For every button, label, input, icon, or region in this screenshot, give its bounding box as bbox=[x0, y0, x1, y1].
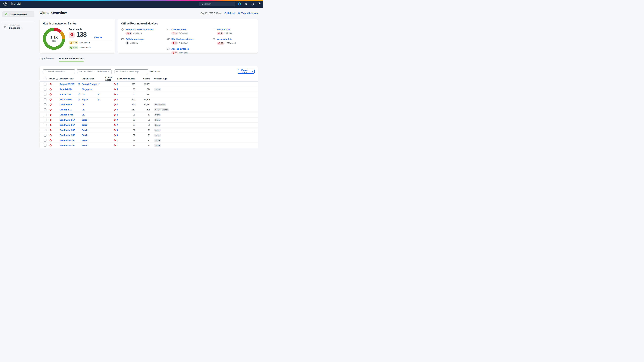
external-link-icon[interactable] bbox=[78, 83, 80, 85]
device-category-link[interactable]: Routers & WAN appliances bbox=[126, 28, 154, 31]
device-category: Cellular gateways 0 / 39 total bbox=[121, 37, 154, 46]
device-category-link[interactable]: Access points bbox=[217, 38, 232, 40]
row-checkbox[interactable] bbox=[44, 129, 46, 131]
device-category-link[interactable]: Distribution switches bbox=[172, 38, 193, 40]
organization-link[interactable]: Japan bbox=[82, 98, 98, 101]
bell-icon[interactable] bbox=[251, 2, 254, 6]
network-link[interactable]: SJC-SC145 bbox=[60, 93, 78, 96]
start-device-input[interactable] bbox=[78, 70, 92, 73]
search-network-field[interactable] bbox=[43, 69, 75, 74]
search-input[interactable] bbox=[204, 3, 234, 5]
network-link[interactable]: Prague-PRG07 bbox=[60, 83, 78, 85]
row-checkbox[interactable] bbox=[44, 83, 46, 85]
clients-count: 21 bbox=[135, 129, 150, 131]
critical-alerts-count[interactable]: 6 bbox=[117, 98, 118, 101]
spaces-logo-icon[interactable] bbox=[238, 2, 241, 6]
organization-link[interactable]: UK bbox=[82, 103, 98, 106]
col-network-devices[interactable]: Network devices bbox=[118, 78, 135, 80]
organization-link[interactable]: Brazil bbox=[82, 134, 98, 136]
device-range-field[interactable]: → bbox=[77, 69, 112, 74]
row-checkbox[interactable] bbox=[44, 93, 46, 96]
critical-alerts-count[interactable]: 4 bbox=[117, 134, 118, 136]
select-all-checkbox[interactable] bbox=[44, 78, 46, 80]
row-checkbox[interactable] bbox=[44, 114, 46, 116]
critical-alerts-count[interactable]: 6 bbox=[117, 93, 118, 96]
organization-link[interactable]: Singapore bbox=[82, 88, 98, 90]
good-health-row: 827 Good health bbox=[69, 46, 91, 49]
external-link-icon[interactable] bbox=[98, 83, 100, 85]
poor-health-status-icon bbox=[49, 129, 60, 131]
device-category-link[interactable]: Core switches bbox=[172, 28, 186, 31]
search-tags-field[interactable] bbox=[114, 69, 148, 74]
device-category-link[interactable]: Cellular gateways bbox=[126, 38, 144, 40]
tab-poor-networks-sites[interactable]: Poor networks & sites bbox=[59, 57, 84, 62]
critical-alerts-count[interactable]: 5 bbox=[117, 114, 118, 116]
col-network-tags[interactable]: Network tags bbox=[150, 78, 258, 80]
network-link[interactable]: San Paulo -S57 bbox=[60, 124, 78, 126]
sidebar-item-global-overview[interactable]: Global Overview bbox=[2, 11, 34, 17]
external-link-icon[interactable] bbox=[78, 93, 80, 95]
critical-alerts-count[interactable]: 5 bbox=[117, 103, 118, 106]
network-link[interactable]: San Paulo -S57 bbox=[60, 129, 78, 131]
organization-link[interactable]: Brazil bbox=[82, 119, 98, 121]
network-link[interactable]: San Paulo -S57 bbox=[60, 139, 78, 142]
user-icon[interactable] bbox=[244, 2, 248, 6]
critical-alerts-count[interactable]: 4 bbox=[117, 124, 118, 126]
critical-alerts-count[interactable]: 4 bbox=[117, 129, 118, 131]
external-link-icon[interactable] bbox=[98, 93, 100, 95]
network-link[interactable]: London-S341 bbox=[60, 114, 78, 116]
critical-alerts-count[interactable]: 4 bbox=[117, 139, 118, 142]
row-checkbox[interactable] bbox=[44, 144, 46, 147]
view-poor-health-link[interactable]: View bbox=[94, 36, 102, 38]
cisco-meraki-logo[interactable]: cisco Meraki bbox=[3, 1, 21, 6]
network-link[interactable]: London-D12 bbox=[60, 103, 78, 106]
col-organization[interactable]: Organization bbox=[82, 78, 105, 80]
organization-link[interactable]: UK bbox=[82, 114, 98, 116]
network-link[interactable]: London-SC3 bbox=[60, 109, 78, 111]
organization-link[interactable]: Central Europe bbox=[82, 83, 98, 85]
network-link[interactable]: San Paulo -S57 bbox=[60, 119, 78, 121]
help-icon[interactable] bbox=[257, 2, 261, 6]
organization-link[interactable]: Brazil bbox=[82, 139, 98, 142]
row-checkbox[interactable] bbox=[44, 103, 46, 106]
organization-link[interactable]: US bbox=[82, 93, 98, 96]
critical-count-badge: 9 bbox=[171, 51, 178, 54]
row-checkbox[interactable] bbox=[44, 108, 46, 111]
global-search[interactable] bbox=[199, 2, 235, 6]
row-checkbox[interactable] bbox=[44, 124, 46, 126]
organization-link[interactable]: Brazil bbox=[82, 124, 98, 126]
external-link-icon[interactable] bbox=[78, 98, 80, 101]
network-link[interactable]: San Paulo -S57 bbox=[60, 134, 78, 136]
refresh-button[interactable]: Refresh bbox=[224, 12, 235, 14]
export-csv-button[interactable]: Export CSV bbox=[238, 69, 254, 74]
col-clients[interactable]: Clients bbox=[135, 78, 150, 80]
search-tags-input[interactable] bbox=[119, 70, 146, 73]
search-network-input[interactable] bbox=[48, 70, 74, 73]
network-link[interactable]: Prod-D4-S24 bbox=[60, 88, 78, 90]
external-link-icon[interactable] bbox=[98, 98, 100, 101]
col-network-site[interactable]: Network / Site bbox=[60, 78, 82, 80]
network-link[interactable]: San Paulo -S57 bbox=[60, 144, 78, 147]
view-old-version-button[interactable]: View old version bbox=[238, 12, 258, 14]
network-link[interactable]: TKO-Dist333 bbox=[60, 98, 78, 101]
row-checkbox[interactable] bbox=[44, 88, 46, 91]
row-checkbox[interactable] bbox=[44, 139, 46, 142]
wifi-icon bbox=[212, 37, 216, 41]
critical-alerts-count[interactable]: 9 bbox=[117, 83, 118, 85]
organization-link[interactable]: Brazil bbox=[82, 129, 98, 131]
organization-link[interactable]: Brazil bbox=[82, 144, 98, 147]
row-checkbox[interactable] bbox=[44, 119, 46, 121]
critical-alerts-count[interactable]: 5 bbox=[117, 109, 118, 111]
critical-alerts-count[interactable]: 4 bbox=[117, 144, 118, 147]
critical-alerts-count[interactable]: 4 bbox=[117, 119, 118, 121]
organization-selector[interactable]: Organization Singapore bbox=[3, 24, 23, 29]
col-critical-alerts[interactable]: Critical alerts bbox=[105, 76, 116, 81]
device-category-link[interactable]: WLCs & CGs bbox=[217, 28, 230, 31]
tab-organizations[interactable]: Organizations bbox=[40, 57, 54, 62]
row-checkbox[interactable] bbox=[44, 134, 46, 137]
row-checkbox[interactable] bbox=[44, 98, 46, 101]
device-category-link[interactable]: Access switches bbox=[172, 48, 189, 50]
critical-alerts-count[interactable]: 7 bbox=[117, 88, 118, 90]
organization-link[interactable]: UK bbox=[82, 109, 98, 111]
end-device-input[interactable] bbox=[96, 70, 111, 73]
